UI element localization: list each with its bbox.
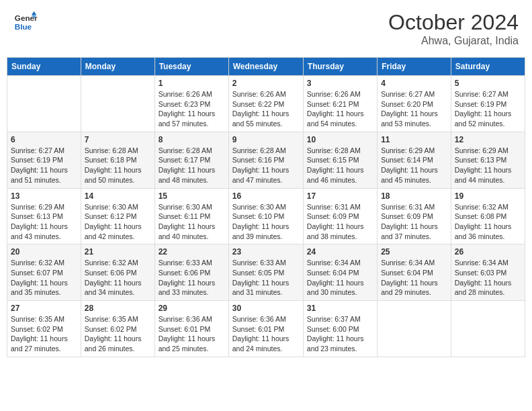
day-info: Sunrise: 6:30 AMSunset: 6:11 PMDaylight:…: [159, 202, 225, 242]
logo-icon: General Blue: [13, 10, 38, 34]
day-number: 23: [232, 247, 300, 257]
day-number: 27: [11, 304, 77, 313]
day-number: 19: [455, 191, 521, 201]
day-number: 31: [307, 304, 373, 313]
day-info: Sunrise: 6:33 AMSunset: 6:06 PMDaylight:…: [159, 258, 225, 298]
day-info: Sunrise: 6:27 AMSunset: 6:19 PMDaylight:…: [11, 146, 77, 185]
day-info: Sunrise: 6:29 AMSunset: 6:14 PMDaylight:…: [381, 146, 447, 185]
day-info: Sunrise: 6:26 AMSunset: 6:22 PMDaylight:…: [232, 89, 300, 129]
page-header: General Blue October 2024 Ahwa, Gujarat,…: [7, 7, 525, 50]
calendar-cell: 29Sunrise: 6:36 AMSunset: 6:01 PMDayligh…: [154, 301, 228, 357]
calendar-cell: 30Sunrise: 6:36 AMSunset: 6:01 PMDayligh…: [228, 301, 303, 357]
day-number: 4: [381, 79, 447, 88]
calendar-cell: 24Sunrise: 6:34 AMSunset: 6:04 PMDayligh…: [303, 244, 377, 301]
day-number: 17: [307, 191, 373, 201]
day-number: 16: [232, 191, 300, 201]
day-info: Sunrise: 6:34 AMSunset: 6:04 PMDaylight:…: [381, 258, 447, 298]
day-number: 7: [85, 135, 151, 144]
day-info: Sunrise: 6:29 AMSunset: 6:13 PMDaylight:…: [11, 202, 77, 242]
calendar-cell: 3Sunrise: 6:26 AMSunset: 6:21 PMDaylight…: [303, 76, 377, 132]
calendar-cell: 31Sunrise: 6:37 AMSunset: 6:00 PMDayligh…: [303, 301, 377, 357]
day-number: 18: [381, 191, 447, 201]
day-number: 14: [85, 191, 151, 201]
day-number: 26: [455, 247, 521, 257]
calendar-cell: [7, 76, 81, 132]
day-info: Sunrise: 6:26 AMSunset: 6:23 PMDaylight:…: [159, 89, 225, 129]
calendar-cell: [81, 76, 154, 132]
day-header-sunday: Sunday: [7, 58, 81, 76]
calendar-cell: 4Sunrise: 6:27 AMSunset: 6:20 PMDaylight…: [378, 76, 451, 132]
calendar-table: SundayMondayTuesdayWednesdayThursdayFrid…: [7, 57, 525, 357]
logo: General Blue: [13, 10, 38, 34]
day-number: 5: [455, 79, 521, 88]
calendar-cell: 19Sunrise: 6:32 AMSunset: 6:08 PMDayligh…: [451, 188, 525, 244]
calendar-cell: 23Sunrise: 6:33 AMSunset: 6:05 PMDayligh…: [228, 244, 303, 301]
day-info: Sunrise: 6:35 AMSunset: 6:02 PMDaylight:…: [11, 314, 77, 354]
day-header-tuesday: Tuesday: [154, 58, 228, 76]
calendar-cell: 27Sunrise: 6:35 AMSunset: 6:02 PMDayligh…: [7, 301, 81, 357]
calendar-week-1: 1Sunrise: 6:26 AMSunset: 6:23 PMDaylight…: [7, 76, 525, 132]
day-number: 9: [232, 135, 300, 144]
day-header-saturday: Saturday: [451, 58, 525, 76]
day-number: 11: [381, 135, 447, 144]
day-header-monday: Monday: [81, 58, 154, 76]
day-header-friday: Friday: [378, 58, 451, 76]
calendar-cell: 20Sunrise: 6:32 AMSunset: 6:07 PMDayligh…: [7, 244, 81, 301]
day-number: 1: [159, 79, 225, 88]
calendar-week-4: 20Sunrise: 6:32 AMSunset: 6:07 PMDayligh…: [7, 244, 525, 301]
day-number: 10: [307, 135, 373, 144]
day-number: 29: [159, 304, 225, 313]
day-number: 24: [307, 247, 373, 257]
calendar-week-3: 13Sunrise: 6:29 AMSunset: 6:13 PMDayligh…: [7, 188, 525, 244]
day-info: Sunrise: 6:31 AMSunset: 6:09 PMDaylight:…: [307, 202, 373, 242]
calendar-cell: [451, 301, 525, 357]
day-info: Sunrise: 6:30 AMSunset: 6:12 PMDaylight:…: [85, 202, 151, 242]
day-number: 28: [85, 304, 151, 313]
calendar-cell: 18Sunrise: 6:31 AMSunset: 6:09 PMDayligh…: [378, 188, 451, 244]
calendar-cell: 8Sunrise: 6:28 AMSunset: 6:17 PMDaylight…: [154, 132, 228, 188]
calendar-cell: 1Sunrise: 6:26 AMSunset: 6:23 PMDaylight…: [154, 76, 228, 132]
day-info: Sunrise: 6:36 AMSunset: 6:01 PMDaylight:…: [159, 314, 225, 354]
location-title: Ahwa, Gujarat, India: [388, 35, 519, 47]
svg-text:Blue: Blue: [15, 22, 32, 31]
day-info: Sunrise: 6:34 AMSunset: 6:03 PMDaylight:…: [455, 258, 521, 298]
calendar-cell: 11Sunrise: 6:29 AMSunset: 6:14 PMDayligh…: [378, 132, 451, 188]
day-number: 12: [455, 135, 521, 144]
day-info: Sunrise: 6:32 AMSunset: 6:08 PMDaylight:…: [455, 202, 521, 242]
day-info: Sunrise: 6:33 AMSunset: 6:05 PMDaylight:…: [232, 258, 300, 298]
day-number: 13: [11, 191, 77, 201]
calendar-cell: [378, 301, 451, 357]
day-header-wednesday: Wednesday: [228, 58, 303, 76]
calendar-cell: 26Sunrise: 6:34 AMSunset: 6:03 PMDayligh…: [451, 244, 525, 301]
calendar-cell: 22Sunrise: 6:33 AMSunset: 6:06 PMDayligh…: [154, 244, 228, 301]
day-info: Sunrise: 6:28 AMSunset: 6:16 PMDaylight:…: [232, 146, 300, 185]
day-info: Sunrise: 6:35 AMSunset: 6:02 PMDaylight:…: [85, 314, 151, 354]
calendar-cell: 7Sunrise: 6:28 AMSunset: 6:18 PMDaylight…: [81, 132, 154, 188]
calendar-cell: 14Sunrise: 6:30 AMSunset: 6:12 PMDayligh…: [81, 188, 154, 244]
calendar-cell: 17Sunrise: 6:31 AMSunset: 6:09 PMDayligh…: [303, 188, 377, 244]
title-block: October 2024 Ahwa, Gujarat, India: [388, 10, 519, 47]
calendar-cell: 5Sunrise: 6:27 AMSunset: 6:19 PMDaylight…: [451, 76, 525, 132]
day-number: 22: [159, 247, 225, 257]
day-info: Sunrise: 6:34 AMSunset: 6:04 PMDaylight:…: [307, 258, 373, 298]
calendar-cell: 25Sunrise: 6:34 AMSunset: 6:04 PMDayligh…: [378, 244, 451, 301]
day-info: Sunrise: 6:29 AMSunset: 6:13 PMDaylight:…: [455, 146, 521, 185]
calendar-cell: 12Sunrise: 6:29 AMSunset: 6:13 PMDayligh…: [451, 132, 525, 188]
calendar-cell: 9Sunrise: 6:28 AMSunset: 6:16 PMDaylight…: [228, 132, 303, 188]
calendar-cell: 6Sunrise: 6:27 AMSunset: 6:19 PMDaylight…: [7, 132, 81, 188]
calendar-header-row: SundayMondayTuesdayWednesdayThursdayFrid…: [7, 58, 525, 76]
day-info: Sunrise: 6:30 AMSunset: 6:10 PMDaylight:…: [232, 202, 300, 242]
day-info: Sunrise: 6:36 AMSunset: 6:01 PMDaylight:…: [232, 314, 300, 354]
day-info: Sunrise: 6:32 AMSunset: 6:07 PMDaylight:…: [11, 258, 77, 298]
calendar-cell: 2Sunrise: 6:26 AMSunset: 6:22 PMDaylight…: [228, 76, 303, 132]
calendar-cell: 28Sunrise: 6:35 AMSunset: 6:02 PMDayligh…: [81, 301, 154, 357]
calendar-cell: 13Sunrise: 6:29 AMSunset: 6:13 PMDayligh…: [7, 188, 81, 244]
day-number: 25: [381, 247, 447, 257]
day-info: Sunrise: 6:31 AMSunset: 6:09 PMDaylight:…: [381, 202, 447, 242]
month-title: October 2024: [388, 10, 519, 35]
day-number: 8: [159, 135, 225, 144]
calendar-week-5: 27Sunrise: 6:35 AMSunset: 6:02 PMDayligh…: [7, 301, 525, 357]
day-number: 6: [11, 135, 77, 144]
day-info: Sunrise: 6:28 AMSunset: 6:15 PMDaylight:…: [307, 146, 373, 185]
day-number: 21: [85, 247, 151, 257]
